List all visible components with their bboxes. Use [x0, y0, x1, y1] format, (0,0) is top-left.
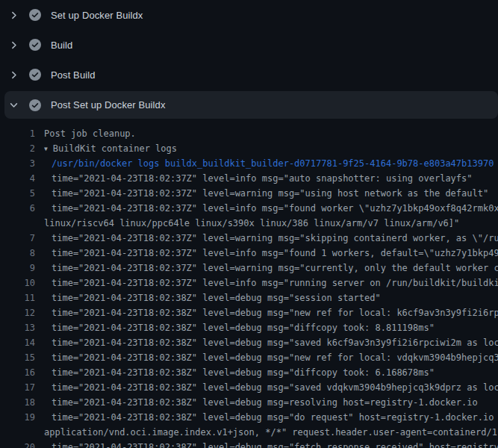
check-circle-icon: [29, 99, 41, 111]
chevron-right-icon: [9, 10, 19, 20]
step-label: Set up Docker Buildx: [51, 10, 143, 21]
check-circle-icon: [29, 39, 41, 51]
line-number[interactable]: 16: [0, 365, 35, 380]
log-viewer: 1 Post job cleanup. 2 ▼BuildKit containe…: [0, 119, 498, 448]
log-row: 13 time="2021-04-23T18:02:38Z" level=deb…: [0, 320, 498, 335]
line-number[interactable]: 17: [0, 380, 35, 395]
log-row: 9 time="2021-04-23T18:02:37Z" level=warn…: [0, 261, 498, 276]
step-row[interactable]: Post Set up Docker Buildx: [4, 91, 498, 119]
steps-list: Set up Docker Buildx Build Post Build Po…: [0, 0, 498, 119]
log-row: 17 time="2021-04-23T18:02:38Z" level=deb…: [0, 380, 498, 395]
log-row: 19 time="2021-04-23T18:02:38Z" level=deb…: [0, 410, 498, 425]
log-row: linux/riscv64 linux/ppc64le linux/s390x …: [0, 216, 498, 231]
log-text-content: time="2021-04-23T18:02:37Z" level=info m…: [52, 203, 498, 214]
line-number[interactable]: 5: [0, 186, 35, 201]
line-number[interactable]: 15: [0, 350, 35, 365]
log-text: time="2021-04-23T18:02:37Z" level=info m…: [52, 246, 498, 261]
log-row: 5 time="2021-04-23T18:02:37Z" level=warn…: [0, 186, 498, 201]
log-text-content: time="2021-04-23T18:02:38Z" level=debug …: [52, 412, 498, 423]
line-number[interactable]: 19: [0, 410, 35, 425]
step-label: Post Build: [51, 69, 96, 81]
log-row: 10 time="2021-04-23T18:02:37Z" level=inf…: [0, 276, 498, 290]
log-text-content: time="2021-04-23T18:02:38Z" level=debug …: [52, 308, 498, 318]
line-number[interactable]: 8: [0, 246, 35, 261]
line-number[interactable]: 13: [0, 320, 35, 335]
check-circle-icon: [29, 69, 41, 81]
log-text: time="2021-04-23T18:02:37Z" level=info m…: [52, 201, 498, 216]
log-text: time="2021-04-23T18:02:38Z" level=debug …: [52, 305, 498, 320]
step-row[interactable]: Set up Docker Buildx: [0, 0, 498, 30]
log-text: time="2021-04-23T18:02:38Z" level=debug …: [52, 335, 498, 350]
line-number[interactable]: 10: [0, 276, 35, 290]
log-row: 11 time="2021-04-23T18:02:38Z" level=deb…: [0, 290, 498, 305]
log-text: /usr/bin/docker logs buildx_buildkit_bui…: [52, 156, 494, 171]
log-text-content: time="2021-04-23T18:02:37Z" level=warnin…: [52, 263, 498, 273]
line-number[interactable]: 20: [0, 440, 35, 448]
log-text-content: time="2021-04-23T18:02:38Z" level=debug …: [52, 352, 498, 363]
log-text: time="2021-04-23T18:02:37Z" level=info m…: [52, 276, 498, 290]
line-number[interactable]: 11: [0, 290, 35, 305]
log-text: time="2021-04-23T18:02:38Z" level=debug …: [52, 290, 381, 305]
chevron-right-icon: [9, 70, 19, 80]
log-text: time="2021-04-23T18:02:37Z" level=warnin…: [52, 186, 488, 201]
step-row[interactable]: Post Build: [0, 60, 498, 90]
line-number[interactable]: 12: [0, 305, 35, 320]
log-text-content: linux/riscv64 linux/ppc64le linux/s390x …: [44, 218, 459, 228]
step-row[interactable]: Build: [0, 30, 498, 60]
step-label: Build: [51, 40, 72, 51]
log-row: 7 time="2021-04-23T18:02:37Z" level=warn…: [0, 231, 498, 246]
log-text-content: BuildKit container logs: [53, 143, 177, 154]
line-number[interactable]: 14: [0, 335, 35, 350]
line-number[interactable]: 18: [0, 395, 35, 410]
collapse-marker-icon: ▼: [44, 146, 48, 152]
check-circle-icon: [29, 9, 41, 21]
log-text-content: time="2021-04-23T18:02:38Z" level=debug …: [52, 442, 498, 448]
log-text-content: application/vnd.oci.image.index.v1+json,…: [44, 427, 498, 438]
log-text-content: time="2021-04-23T18:02:37Z" level=info m…: [52, 278, 498, 288]
line-number[interactable]: [0, 216, 35, 231]
log-text-content: time="2021-04-23T18:02:38Z" level=debug …: [52, 397, 478, 408]
log-text-content: time="2021-04-23T18:02:38Z" level=debug …: [52, 293, 381, 303]
line-number[interactable]: 6: [0, 201, 35, 216]
line-number[interactable]: 4: [0, 171, 35, 186]
log-text-content: time="2021-04-23T18:02:37Z" level=info m…: [52, 248, 498, 258]
log-row: 16 time="2021-04-23T18:02:38Z" level=deb…: [0, 365, 498, 380]
line-number[interactable]: 3: [0, 156, 35, 171]
log-row: 14 time="2021-04-23T18:02:38Z" level=deb…: [0, 335, 498, 350]
log-row: 20 time="2021-04-23T18:02:38Z" level=deb…: [0, 440, 498, 448]
log-text: Post job cleanup.: [44, 126, 136, 141]
log-row: 6 time="2021-04-23T18:02:37Z" level=info…: [0, 201, 498, 216]
line-number[interactable]: 1: [0, 126, 35, 141]
log-row: application/vnd.oci.image.index.v1+json,…: [0, 425, 498, 440]
log-text: time="2021-04-23T18:02:37Z" level=warnin…: [52, 261, 498, 276]
line-number[interactable]: 2: [0, 141, 35, 156]
log-text: time="2021-04-23T18:02:38Z" level=debug …: [52, 320, 435, 335]
log-text: time="2021-04-23T18:02:37Z" level=warnin…: [52, 231, 498, 246]
log-row: 4 time="2021-04-23T18:02:37Z" level=info…: [0, 171, 498, 186]
log-text: linux/riscv64 linux/ppc64le linux/s390x …: [44, 216, 459, 231]
log-text-content: time="2021-04-23T18:02:37Z" level=info m…: [52, 173, 473, 184]
chevron-down-icon: [9, 100, 19, 110]
log-text: time="2021-04-23T18:02:38Z" level=debug …: [52, 395, 478, 410]
line-number[interactable]: 9: [0, 261, 35, 276]
log-row: 15 time="2021-04-23T18:02:38Z" level=deb…: [0, 350, 498, 365]
log-text: time="2021-04-23T18:02:37Z" level=info m…: [52, 171, 473, 186]
log-text: application/vnd.oci.image.index.v1+json,…: [44, 425, 498, 440]
log-text: time="2021-04-23T18:02:38Z" level=debug …: [52, 380, 498, 395]
log-text-content: Post job cleanup.: [44, 128, 136, 139]
step-label: Post Set up Docker Buildx: [51, 99, 166, 111]
line-number[interactable]: [0, 425, 35, 440]
log-row[interactable]: 2 ▼BuildKit container logs: [0, 141, 498, 156]
line-number[interactable]: 7: [0, 231, 35, 246]
log-text-content: /usr/bin/docker logs buildx_buildkit_bui…: [52, 158, 494, 169]
log-row: 8 time="2021-04-23T18:02:37Z" level=info…: [0, 246, 498, 261]
log-row: 12 time="2021-04-23T18:02:38Z" level=deb…: [0, 305, 498, 320]
log-row: 3 /usr/bin/docker logs buildx_buildkit_b…: [0, 156, 498, 171]
chevron-right-icon: [9, 40, 19, 50]
log-text-content: time="2021-04-23T18:02:37Z" level=warnin…: [52, 188, 488, 199]
log-text: time="2021-04-23T18:02:38Z" level=debug …: [52, 365, 435, 380]
log-text: time="2021-04-23T18:02:38Z" level=debug …: [52, 410, 498, 425]
log-text-content: time="2021-04-23T18:02:37Z" level=warnin…: [52, 233, 498, 243]
log-text: time="2021-04-23T18:02:38Z" level=debug …: [52, 350, 498, 365]
log-text: ▼BuildKit container logs: [44, 141, 177, 156]
